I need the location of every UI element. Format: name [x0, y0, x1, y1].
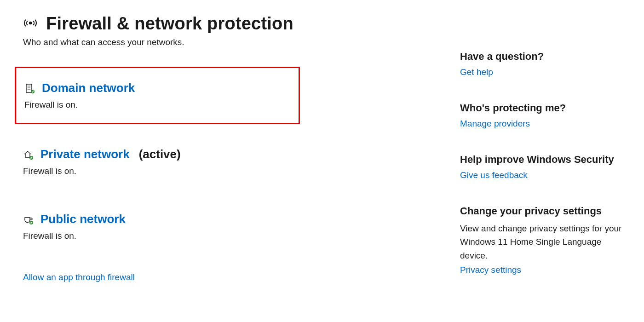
- public-network-title[interactable]: Public network: [40, 212, 126, 226]
- help-section: Have a question? Get help: [460, 51, 626, 77]
- domain-network-head: Domain network: [24, 81, 290, 95]
- domain-network-title[interactable]: Domain network: [42, 81, 135, 95]
- private-network-block[interactable]: Private network (active) Firewall is on.: [23, 134, 308, 189]
- page-subtitle: Who and what can access your networks.: [23, 37, 419, 47]
- domain-network-status: Firewall is on.: [24, 100, 290, 110]
- improve-heading: Help improve Windows Security: [460, 154, 626, 166]
- main-panel: Firewall & network protection Who and wh…: [0, 0, 442, 322]
- get-help-link[interactable]: Get help: [460, 67, 493, 77]
- public-network-head: Public network: [23, 212, 297, 226]
- protecting-section: Who's protecting me? Manage providers: [460, 102, 626, 129]
- coffee-icon: [23, 214, 34, 225]
- private-network-status: Firewall is on.: [23, 166, 297, 176]
- antenna-icon: [23, 16, 38, 32]
- svg-point-0: [29, 22, 31, 23]
- building-icon: [24, 83, 35, 94]
- page-header: Firewall & network protection: [23, 14, 419, 34]
- allow-app-link[interactable]: Allow an app through firewall: [23, 272, 419, 282]
- private-network-active-label: (active): [139, 147, 181, 161]
- privacy-heading: Change your privacy settings: [460, 205, 626, 217]
- privacy-desc: View and change privacy settings for you…: [460, 222, 626, 262]
- public-network-block[interactable]: Public network Firewall is on.: [23, 199, 308, 254]
- give-feedback-link[interactable]: Give us feedback: [460, 170, 528, 180]
- privacy-settings-link[interactable]: Privacy settings: [460, 265, 521, 275]
- private-network-title[interactable]: Private network: [40, 147, 130, 161]
- manage-providers-link[interactable]: Manage providers: [460, 119, 530, 129]
- privacy-section: Change your privacy settings View and ch…: [460, 205, 626, 275]
- public-network-status: Firewall is on.: [23, 231, 297, 241]
- protecting-heading: Who's protecting me?: [460, 102, 626, 114]
- domain-network-block[interactable]: Domain network Firewall is on.: [15, 67, 300, 124]
- page-title: Firewall & network protection: [46, 14, 293, 34]
- private-network-head: Private network (active): [23, 147, 297, 161]
- home-network-icon: [23, 149, 34, 160]
- right-sidebar: Have a question? Get help Who's protecti…: [442, 0, 644, 322]
- help-heading: Have a question?: [460, 51, 626, 63]
- improve-section: Help improve Windows Security Give us fe…: [460, 154, 626, 180]
